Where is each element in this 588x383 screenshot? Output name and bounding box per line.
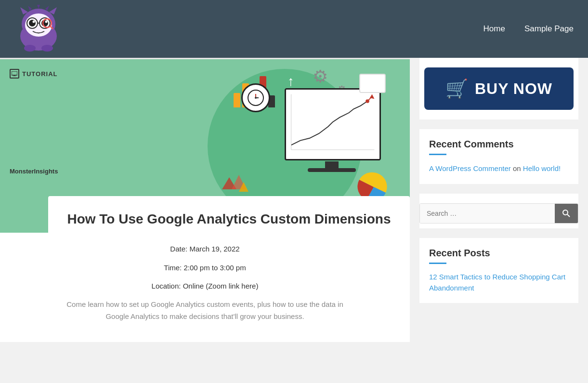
- nav-home[interactable]: Home: [483, 24, 505, 34]
- buy-now-button[interactable]: 🛒 BUY NOW: [424, 67, 574, 110]
- hero-tutorial-badge: TUTORIAL: [10, 69, 57, 79]
- svg-point-27: [255, 97, 257, 99]
- buy-now-widget: 🛒 BUY NOW: [419, 58, 578, 119]
- clock-icon: [241, 83, 270, 112]
- search-input[interactable]: [420, 204, 555, 223]
- svg-point-36: [563, 210, 568, 215]
- search-button[interactable]: [555, 204, 578, 223]
- comment-author-link[interactable]: A WordPress Commenter: [429, 164, 511, 172]
- recent-comments-widget: Recent Comments A WordPress Commenter on…: [419, 129, 578, 184]
- comment-item: A WordPress Commenter on Hello world!: [429, 163, 569, 174]
- article-body: Date: March 19, 2022 Time: 2:00 pm to 3:…: [0, 233, 410, 342]
- arrow-up-icon: ↑: [287, 74, 294, 89]
- site-header: Home Sample Page: [0, 0, 588, 58]
- monitor-base: [308, 168, 356, 172]
- svg-point-10: [33, 21, 35, 23]
- monitor-display-icon: [285, 88, 381, 160]
- svg-point-20: [41, 45, 53, 52]
- site-nav: Home Sample Page: [483, 24, 574, 34]
- time-label: Time:: [164, 264, 182, 272]
- article-date: Date: March 19, 2022: [19, 242, 391, 256]
- time-value: 2:00 pm to 3:00 pm: [183, 264, 246, 272]
- svg-line-37: [567, 214, 570, 217]
- article-excerpt: Come learn how to set up Google Analytic…: [61, 298, 350, 323]
- search-form: [419, 203, 578, 224]
- sidebar: 🛒 BUY NOW Recent Comments A WordPress Co…: [410, 58, 588, 342]
- recent-posts-title: Recent Posts: [429, 248, 569, 259]
- location-value: Online (Zoom link here): [183, 282, 259, 290]
- date-label: Date:: [170, 245, 187, 253]
- article-hero: TUTORIAL ⚙ ⚙ ↑: [0, 59, 410, 233]
- svg-rect-21: [12, 71, 17, 75]
- comment-post-link[interactable]: Hello world!: [523, 164, 561, 172]
- svg-marker-4: [28, 6, 32, 11]
- nav-sample-page[interactable]: Sample Page: [524, 24, 574, 34]
- svg-point-9: [29, 20, 36, 26]
- search-widget: [419, 194, 578, 228]
- shopping-cart-icon: 🛒: [445, 78, 468, 99]
- hero-brand-name: MonsterInsights: [10, 168, 58, 175]
- site-content: TUTORIAL ⚙ ⚙ ↑: [0, 58, 588, 342]
- comment-connector: on: [513, 164, 523, 172]
- posts-title-underline: [429, 263, 446, 264]
- article-time: Time: 2:00 pm to 3:00 pm: [19, 261, 391, 275]
- svg-point-19: [24, 45, 36, 52]
- title-underline: [429, 154, 446, 155]
- buy-now-label: BUY NOW: [475, 80, 552, 98]
- svg-marker-6: [45, 6, 49, 11]
- overlay-article-title: How To Use Google Analytics Custom Dimen…: [63, 211, 395, 228]
- tutorial-label: TUTORIAL: [22, 70, 57, 78]
- site-logo: [14, 5, 63, 53]
- recent-post-link[interactable]: 12 Smart Tactics to Reduce Shopping Cart…: [429, 273, 565, 292]
- location-label: Location:: [152, 282, 181, 290]
- article-card-overlay: How To Use Google Analytics Custom Dimen…: [48, 196, 410, 233]
- monitor-small-icon: [10, 69, 19, 79]
- search-icon: [562, 210, 570, 217]
- recent-posts-widget: Recent Posts 12 Smart Tactics to Reduce …: [419, 238, 578, 303]
- svg-marker-5: [37, 5, 40, 9]
- article-location: Location: Online (Zoom link here): [19, 279, 391, 293]
- triangle-decorations: [222, 165, 251, 194]
- logo-monster-icon: [14, 5, 63, 53]
- svg-point-13: [45, 21, 48, 23]
- main-content: TUTORIAL ⚙ ⚙ ↑: [0, 58, 410, 342]
- gear-large-icon: ⚙: [313, 66, 328, 87]
- recent-comments-title: Recent Comments: [429, 139, 569, 150]
- speech-bubble-icon: [359, 74, 386, 93]
- date-value: March 19, 2022: [189, 245, 239, 253]
